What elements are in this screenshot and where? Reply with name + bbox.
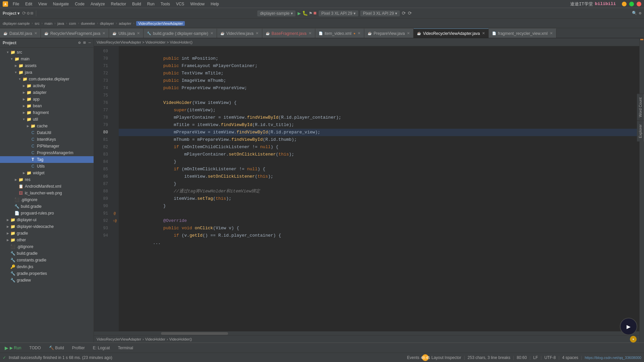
- menu-navigate[interactable]: Navigate: [50, 1, 71, 7]
- menu-view[interactable]: View: [36, 1, 50, 7]
- tree-item-constants[interactable]: ▶ 🔧 constants.gradle: [0, 257, 94, 263]
- tree-item-cache[interactable]: ▶ 📁 cache: [0, 123, 94, 129]
- explorer-tab-label[interactable]: Explorer: [637, 121, 644, 141]
- line-ending[interactable]: LF: [533, 355, 538, 360]
- sync2-icon[interactable]: ⟳: [402, 10, 406, 16]
- settings-gear[interactable]: ⚙: [639, 11, 641, 16]
- run-btn[interactable]: ▶ ▶ Run: [3, 345, 23, 351]
- bottom-nav-constructor[interactable]: VideoHolder(): [169, 337, 192, 341]
- tab-buildgradle[interactable]: 🔧 build.gradle (:dkplayer-sample) ✕: [144, 28, 217, 38]
- menu-vcs[interactable]: VCS: [173, 1, 187, 7]
- tree-item-manifest[interactable]: ▶ 📋 AndroidManifest.xml: [0, 183, 94, 190]
- tree-item-adapter[interactable]: ▶ 📁 adapter: [0, 89, 94, 96]
- tab-videorecycler[interactable]: ☕ VideoRecyclerViewAdapter.java ✕: [414, 28, 489, 38]
- tree-item-app[interactable]: ▶ 📁 app: [0, 96, 94, 103]
- menu-build[interactable]: Build: [129, 1, 144, 7]
- tree-item-icon[interactable]: ▶ 🖼 ic_launcher-web.png: [0, 190, 94, 196]
- maximize-btn[interactable]: [629, 2, 634, 6]
- tab-close8[interactable]: ✕: [407, 31, 410, 36]
- code-container[interactable]: 69 70 71 72 73 74 75 76 77 78 79 80 81 8…: [94, 46, 639, 331]
- float-play-button[interactable]: ▶: [620, 318, 637, 335]
- code-lines[interactable]: public int mPosition; public FrameLayout…: [119, 46, 639, 331]
- run-action-btn[interactable]: ▶: [298, 10, 301, 17]
- tree-item-buildgradle-root[interactable]: ▶ 🔧 build.gradle: [0, 250, 94, 257]
- tree-item-proguard[interactable]: ▶ 📄 proguard-rules.pro: [0, 210, 94, 217]
- sidebar-collapse[interactable]: —: [89, 41, 91, 45]
- tab-close[interactable]: ✕: [34, 31, 37, 36]
- project-dropdown[interactable]: dkplayer-sample ▾: [257, 10, 296, 16]
- terminal-btn[interactable]: Terminal: [116, 345, 135, 351]
- breadcrumb-item-3[interactable]: java: [57, 21, 64, 25]
- bottom-nav-holder[interactable]: VideoHolder: [145, 337, 165, 341]
- profiler-btn[interactable]: Profiler: [70, 345, 87, 351]
- tree-item-dkplayer-videocache[interactable]: ▶ 📁 dkplayer-videocache: [0, 223, 94, 230]
- tree-item-assets[interactable]: ▶ 📁 assets: [0, 62, 94, 69]
- breadcrumb-item-5[interactable]: dueeeke: [81, 21, 95, 25]
- menu-analyze[interactable]: Analyze: [88, 1, 108, 7]
- tree-item-other[interactable]: ▶ 📁 other: [0, 237, 94, 243]
- menu-run[interactable]: Run: [145, 1, 157, 7]
- tree-item-utils[interactable]: ▶ C Utils: [0, 163, 94, 170]
- sidebar-settings[interactable]: ⚙: [78, 40, 80, 45]
- tab-close10[interactable]: ✕: [550, 31, 553, 36]
- stop-action-btn[interactable]: ■: [313, 10, 317, 16]
- layout-inspector-label[interactable]: Layout Inspector: [431, 355, 461, 360]
- sidebar-expand[interactable]: ⊞: [84, 40, 86, 45]
- tree-item-activity[interactable]: ▶ 📁 activity: [0, 82, 94, 89]
- tree-item-main[interactable]: ▼ 📁 main: [0, 56, 94, 62]
- encoding[interactable]: UTF-8: [544, 355, 556, 360]
- menu-file[interactable]: File: [10, 1, 22, 7]
- tree-item-fragment[interactable]: ▶ 📁 fragment: [0, 109, 94, 116]
- word-count-tab[interactable]: Word Count: [637, 94, 644, 121]
- breadcrumb-item-7[interactable]: adapter: [119, 21, 131, 25]
- breadcrumb-item-2[interactable]: main: [45, 21, 53, 25]
- tab-recyclerview[interactable]: ☕ RecyclerViewFragment.java ✕: [41, 28, 109, 38]
- menu-edit[interactable]: Edit: [22, 1, 35, 7]
- menu-tools[interactable]: Tools: [158, 1, 173, 7]
- todo-btn[interactable]: TODO: [27, 345, 43, 351]
- tab-close6[interactable]: ✕: [309, 31, 312, 36]
- tree-item-progressmgr[interactable]: ▶ C ProgressManagerIm: [0, 149, 94, 156]
- breadcrumb-item-4[interactable]: com: [69, 21, 76, 25]
- tree-item-gradlew[interactable]: ▶ 🔧 gradlew: [0, 277, 94, 284]
- tab-prepareview[interactable]: ☕ PrepareView.java ✕: [364, 28, 414, 38]
- debug-action-btn[interactable]: 🐛: [302, 10, 308, 16]
- tree-item-dkplayer-ui[interactable]: ▶ 📁 dkplayer-ui: [0, 217, 94, 223]
- tree-item-src[interactable]: ▼ 📁 src: [0, 49, 94, 56]
- csdn-link[interactable]: https://blog.csdn.net/qq_33608000: [585, 356, 641, 360]
- settings-icon[interactable]: ⚙: [27, 10, 30, 16]
- tree-item-devlin[interactable]: ▶ 🔑 devlin.jks: [0, 263, 94, 270]
- tab-close7[interactable]: ✕: [358, 31, 361, 36]
- scrollbar-thumb[interactable]: [161, 332, 228, 335]
- breadcrumb-item-1[interactable]: src: [35, 21, 40, 25]
- tree-item-pipmanager[interactable]: ▶ C PIPManager: [0, 143, 94, 149]
- breadcrumb-item-8[interactable]: VideoRecyclerViewAdapter: [136, 21, 185, 26]
- tab-close4[interactable]: ✕: [210, 31, 213, 36]
- minimize-btn[interactable]: [622, 2, 627, 6]
- breadcrumb-item-0[interactable]: dkplayer-sample: [3, 21, 30, 25]
- spaces[interactable]: 4 spaces: [562, 355, 578, 360]
- tab-basefragment[interactable]: ☕ BaseFragment.java ✕: [262, 28, 315, 38]
- tree-item-gradle[interactable]: ▶ 📁 gradle: [0, 230, 94, 237]
- menu-window[interactable]: Window: [187, 1, 207, 7]
- device-dropdown[interactable]: Pixel 3 XL API 29 ▾: [319, 10, 358, 16]
- menu-help[interactable]: Help: [208, 1, 222, 7]
- tree-item-intentkeys[interactable]: ▶ C IntentKeys: [0, 136, 94, 143]
- tree-item-bean[interactable]: ▶ 📁 bean: [0, 103, 94, 109]
- tree-item-gitignore-root[interactable]: ▶ ⬛ .gitignore: [0, 243, 94, 250]
- menu-code[interactable]: Code: [72, 1, 87, 7]
- tab-close3[interactable]: ✕: [137, 31, 140, 36]
- tab-datautiljava[interactable]: ☕ DataUtil.java ✕: [0, 28, 41, 38]
- search-everywhere[interactable]: 🔍: [632, 11, 637, 16]
- tree-item-tag[interactable]: ▶ T Tag: [0, 156, 94, 163]
- coverage-action-btn[interactable]: ⚑: [309, 10, 312, 16]
- tree-item-buildgradle[interactable]: ▶ 🔧 build.gradle: [0, 203, 94, 210]
- android-api-btn[interactable]: Pixel 3 XL API 29 ▾: [360, 10, 400, 16]
- expand-icon[interactable]: ⊞: [30, 10, 33, 16]
- tree-item-util[interactable]: ▼ 📁 util: [0, 116, 94, 123]
- logcat-btn[interactable]: E: Logcat: [91, 345, 112, 351]
- tree-item-gradleprops[interactable]: ▶ 🔧 gradle.properties: [0, 270, 94, 277]
- close-btn[interactable]: [637, 2, 641, 6]
- tree-item-gitignore1[interactable]: ▶ ⬛ .gitignore: [0, 196, 94, 203]
- tab-fragment-recycler[interactable]: 📄 fragment_recycler_view.xml ✕: [489, 28, 556, 38]
